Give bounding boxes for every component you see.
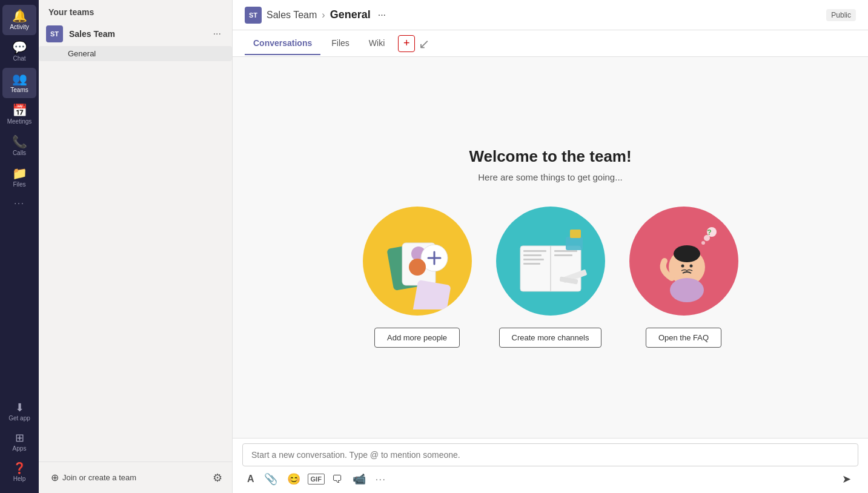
- header-channel-name: General: [330, 8, 371, 21]
- create-channels-button[interactable]: Create more channels: [499, 328, 602, 348]
- svg-point-25: [689, 265, 692, 268]
- nav-item-teams[interactable]: 👥 Teams: [2, 68, 36, 98]
- svg-rect-19: [570, 230, 581, 238]
- activity-icon: 🔔: [12, 10, 27, 22]
- cursor-pointer-icon: ↙: [419, 36, 429, 52]
- attach-icon[interactable]: 📎: [262, 470, 280, 488]
- svg-text:?: ?: [707, 228, 711, 237]
- meetings-icon: 📅: [12, 104, 27, 116]
- svg-rect-14: [523, 259, 544, 260]
- svg-rect-13: [523, 254, 542, 256]
- welcome-subtitle: Here are some things to get going...: [478, 172, 622, 182]
- card-circle-faq: ?: [629, 207, 738, 316]
- nav-item-help[interactable]: ❓ Help: [2, 458, 36, 487]
- svg-point-30: [670, 278, 704, 302]
- nav-item-calls[interactable]: 📞 Calls: [2, 131, 36, 161]
- add-people-button[interactable]: Add more people: [374, 328, 460, 348]
- nav-label-chat: Chat: [13, 55, 25, 62]
- team-avatar-sales: ST: [46, 25, 63, 42]
- nav-label-files: Files: [13, 181, 25, 188]
- apps-icon: ⊞: [15, 432, 24, 443]
- nav-item-getapp[interactable]: ⬇ Get app: [2, 397, 36, 426]
- nav-label-calls: Calls: [13, 150, 26, 156]
- add-tab-button[interactable]: +: [398, 35, 415, 52]
- sidebar-bottom: ⊕ Join or create a team ⚙: [39, 462, 232, 493]
- open-faq-button[interactable]: Open the FAQ: [646, 328, 721, 348]
- svg-rect-16: [554, 250, 577, 252]
- more-icon: ···: [14, 199, 25, 207]
- nav-item-chat[interactable]: 💬 Chat: [2, 36, 36, 67]
- more-toolbar-icon[interactable]: ···: [373, 472, 389, 486]
- tabs-bar: Conversations Files Wiki + ↙: [233, 30, 868, 57]
- message-box-wrap: A 📎 😊 GIF 🗨 📹 ··· ➤: [233, 438, 868, 493]
- svg-point-26: [701, 241, 705, 245]
- svg-point-23: [674, 245, 700, 262]
- welcome-card-faq: ? Open the FAQ: [629, 207, 738, 348]
- calls-icon: 📞: [12, 136, 27, 148]
- welcome-title: Welcome to the team!: [469, 147, 631, 166]
- message-input[interactable]: [242, 443, 858, 466]
- tab-wiki[interactable]: Wiki: [360, 32, 393, 55]
- welcome-card-create-channels: Create more channels: [496, 207, 605, 348]
- header-more-icon[interactable]: ···: [378, 10, 386, 21]
- svg-point-9: [409, 259, 426, 276]
- welcome-cards: Add more people: [363, 207, 738, 348]
- svg-rect-17: [554, 254, 572, 256]
- message-toolbar: A 📎 😊 GIF 🗨 📹 ··· ➤: [242, 466, 858, 488]
- sidebar: Your teams ST Sales Team ··· General ⊕ J…: [39, 0, 233, 493]
- join-team-button[interactable]: ⊕ Join or create a team: [46, 468, 141, 487]
- nav-item-meetings[interactable]: 📅 Meetings: [2, 99, 36, 130]
- team-more-icon[interactable]: ···: [210, 27, 225, 41]
- emoji-icon[interactable]: 😊: [285, 470, 303, 488]
- format-icon[interactable]: A: [245, 471, 257, 487]
- welcome-card-add-people: Add more people: [363, 207, 472, 348]
- nav-item-activity[interactable]: 🔔 Activity: [2, 5, 36, 35]
- svg-rect-15: [523, 263, 540, 265]
- channel-row-general[interactable]: General: [39, 46, 232, 61]
- nav-label-apps: Apps: [13, 445, 27, 452]
- team-name-sales: Sales Team: [69, 29, 210, 39]
- nav-item-more[interactable]: ···: [2, 194, 36, 212]
- join-team-icon: ⊕: [51, 472, 59, 483]
- nav-label-activity: Activity: [10, 24, 29, 30]
- svg-rect-18: [566, 237, 583, 250]
- sticker-icon[interactable]: 🗨: [330, 471, 345, 488]
- card-circle-create-channels: [496, 207, 605, 316]
- sidebar-header: Your teams: [39, 0, 232, 22]
- team-row-sales[interactable]: ST Sales Team ···: [39, 22, 232, 46]
- help-icon: ❓: [13, 463, 26, 474]
- tab-conversations[interactable]: Conversations: [245, 32, 320, 55]
- public-badge: Public: [826, 9, 856, 21]
- header-separator: ›: [322, 10, 325, 21]
- nav-label-getapp: Get app: [8, 415, 30, 422]
- files-icon: 📁: [12, 167, 27, 179]
- main-header: ST Sales Team › General ··· Public: [233, 0, 868, 30]
- svg-rect-12: [523, 250, 546, 252]
- tab-files[interactable]: Files: [323, 32, 358, 55]
- nav-label-meetings: Meetings: [7, 118, 32, 125]
- header-avatar: ST: [245, 7, 262, 24]
- send-button[interactable]: ➤: [837, 470, 856, 488]
- header-title-group: ST Sales Team › General ···: [245, 7, 386, 24]
- nav-label-teams: Teams: [10, 87, 28, 93]
- svg-point-24: [681, 265, 684, 268]
- join-team-label: Join or create a team: [62, 473, 136, 482]
- getapp-icon: ⬇: [15, 402, 24, 413]
- main-content: ST Sales Team › General ··· Public Conve…: [233, 0, 868, 493]
- settings-icon[interactable]: ⚙: [210, 469, 225, 487]
- nav-item-files[interactable]: 📁 Files: [2, 162, 36, 193]
- nav-bar: 🔔 Activity 💬 Chat 👥 Teams 📅 Meetings 📞 C…: [0, 0, 39, 493]
- nav-label-help: Help: [13, 475, 26, 482]
- gif-icon[interactable]: GIF: [308, 474, 325, 485]
- chat-icon: 💬: [12, 41, 27, 53]
- teams-icon: 👥: [12, 73, 27, 85]
- welcome-area: Welcome to the team! Here are some thing…: [233, 57, 868, 438]
- header-team-name: Sales Team: [267, 10, 317, 21]
- card-circle-add-people: [363, 207, 472, 316]
- video-icon[interactable]: 📹: [350, 470, 368, 488]
- nav-item-apps[interactable]: ⊞ Apps: [2, 428, 36, 457]
